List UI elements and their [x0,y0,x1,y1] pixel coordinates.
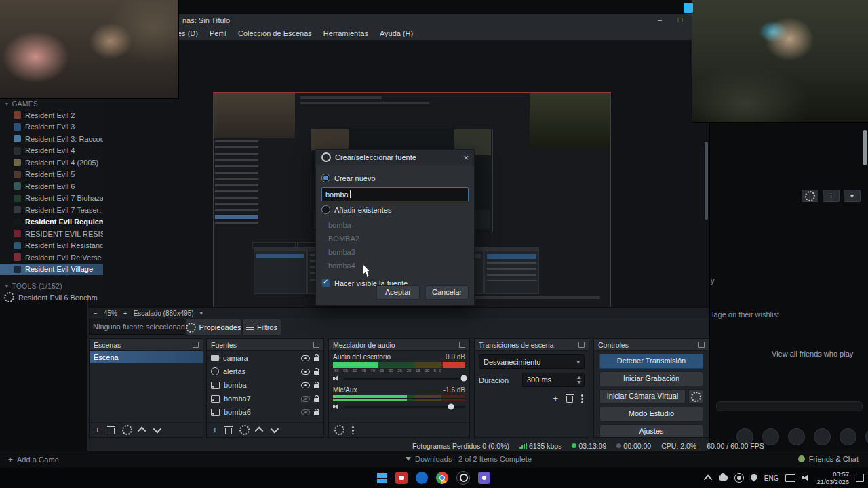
avatar[interactable] [840,428,856,445]
volume-slider[interactable] [344,378,465,380]
scene-list-item[interactable]: Escena [90,351,203,363]
duration-spinbox[interactable]: 300 ms [522,373,585,387]
dialog-titlebar[interactable]: Crear/seleccionar fuente × [316,150,474,165]
page-settings-button[interactable] [802,190,818,202]
volume-slider-handle[interactable] [461,375,467,382]
virtual-camera-settings-button[interactable] [688,389,703,404]
touch-keyboard-icon[interactable] [785,474,795,482]
obs-taskbar-icon[interactable] [456,471,470,485]
menu-item-scene-collection[interactable]: Colección de Escenas [238,29,312,37]
maximize-button[interactable]: □ [675,16,685,24]
clock[interactable]: 03:57 21/03/2026 [816,470,849,486]
tray-steam-icon[interactable] [734,473,744,483]
start-button[interactable] [377,473,387,483]
move-scene-up-button[interactable] [137,427,146,436]
library-game-item[interactable]: Resident Evil 5 [0,169,103,181]
filters-button[interactable]: Filtros [242,319,281,336]
visibility-eye-off-icon[interactable] [301,396,310,402]
tray-cloud-icon[interactable] [719,475,728,481]
volume-slider[interactable] [344,406,465,408]
existing-source-item[interactable]: bomba [328,218,469,232]
add-scene-button[interactable]: + [95,425,100,435]
mixer-panel-header[interactable]: Mezclador de audio [329,339,469,351]
library-game-item[interactable]: Resident Evil 6 [0,180,103,192]
avatar[interactable] [762,428,779,445]
zoom-in-button[interactable]: + [123,310,127,317]
mixer-more-button[interactable] [352,426,354,434]
radio-create-new[interactable]: Crear nuevo [321,174,469,182]
remove-transition-button[interactable] [566,396,573,403]
visibility-eye-icon[interactable] [301,382,310,388]
menu-item-docks[interactable]: es (D) [178,29,198,37]
radio-add-existing[interactable]: Añadir existentes [321,205,469,214]
start-recording-button[interactable]: Iniciar Grabación [599,371,703,386]
chrome-icon[interactable] [436,472,448,484]
stop-streaming-button[interactable]: Detener Transmisión [599,354,703,369]
add-source-button[interactable]: + [212,425,218,435]
panel-dock-icon[interactable] [313,342,319,348]
lock-icon[interactable] [314,398,319,402]
visibility-eye-icon[interactable] [301,355,310,361]
library-game-item[interactable]: Resident Evil 4 (2005) [0,157,103,169]
library-game-item[interactable]: Resident Evil Re:Verse [0,251,103,264]
settings-button[interactable]: Ajustes [599,424,703,437]
remove-source-button[interactable] [225,428,232,434]
sources-panel-header[interactable]: Fuentes [207,339,323,351]
lock-icon[interactable] [314,371,319,375]
friends-chat-button[interactable]: Friends & Chat [798,455,859,463]
obs-titlebar[interactable]: nas: Sin Título – □ [87,14,709,26]
virtual-camera-button[interactable]: Iniciar Cámara Virtual [599,389,686,404]
controls-panel-header[interactable]: Controles [594,339,709,351]
taskbar-app-red-icon[interactable] [395,472,408,484]
source-list-item[interactable]: bomba7 [207,392,323,405]
language-indicator[interactable]: ENG [764,474,779,482]
menu-item-tools[interactable]: Herramientas [323,29,368,37]
panel-dock-icon[interactable] [698,342,705,348]
source-list-item[interactable]: camara [207,351,323,365]
move-source-down-button[interactable] [270,425,279,434]
mute-speaker-icon[interactable] [333,403,340,410]
remove-scene-button[interactable] [108,428,115,434]
tools-section-header[interactable]: ▾ TOOLS (1/152) [0,281,103,291]
move-scene-down-button[interactable] [153,425,161,434]
avatar[interactable] [814,428,831,445]
library-tool-item[interactable]: Resident Evil 6 Benchm [0,291,103,304]
library-game-item[interactable]: Resident Evil 3: Raccoo [0,133,103,145]
volume-tray-icon[interactable] [802,474,810,481]
view-friends-link[interactable]: View all friends who play [772,350,853,358]
avatar[interactable] [865,428,868,445]
existing-source-item[interactable]: bomba3 [328,245,469,259]
taskbar-app-purple-icon[interactable] [478,472,490,484]
existing-source-item[interactable]: BOMBA2 [328,232,469,245]
downloads-status-button[interactable]: Downloads - 2 of 2 Items Complete [406,455,532,463]
avatar[interactable] [788,428,805,445]
page-wishlist-button[interactable]: ♥ [844,190,861,202]
add-transition-button[interactable]: + [553,393,558,403]
menu-item-profile[interactable]: Perfil [210,29,226,37]
studio-mode-button[interactable]: Modo Estudio [599,407,703,422]
page-info-button[interactable]: i [823,190,840,202]
source-list-item[interactable]: bomba6 [207,405,323,419]
lock-icon[interactable] [314,384,319,388]
transition-more-button[interactable] [581,394,583,403]
add-game-button[interactable]: + Add a Game [8,455,59,464]
visibility-eye-off-icon[interactable] [301,409,310,415]
existing-source-item[interactable]: bomba4 [328,259,469,272]
minimize-button[interactable]: – [655,16,665,24]
panel-dock-icon[interactable] [193,342,199,348]
accept-button[interactable]: Aceptar [376,285,420,300]
library-game-item-selected[interactable]: Resident Evil Village [0,264,103,276]
lock-icon[interactable] [314,357,319,361]
mixer-settings-button[interactable] [334,425,344,435]
volume-slider-handle[interactable] [448,404,454,410]
library-game-item[interactable]: RESIDENT EVIL RESISTA [0,228,103,240]
zoom-out-button[interactable]: − [94,310,98,317]
games-section-header[interactable]: ▾ GAMES [0,98,103,109]
transitions-panel-header[interactable]: Transiciones de escena [475,339,589,351]
library-game-item[interactable]: Resident Evil Requiem [0,216,103,228]
transition-select[interactable]: Desvanecimiento ▾ [479,354,585,369]
lock-icon[interactable] [314,411,319,415]
library-game-item[interactable]: Resident Evil 3 [0,121,103,134]
library-game-item[interactable]: Resident Evil 4 [0,145,103,157]
panel-dock-icon[interactable] [578,342,585,348]
